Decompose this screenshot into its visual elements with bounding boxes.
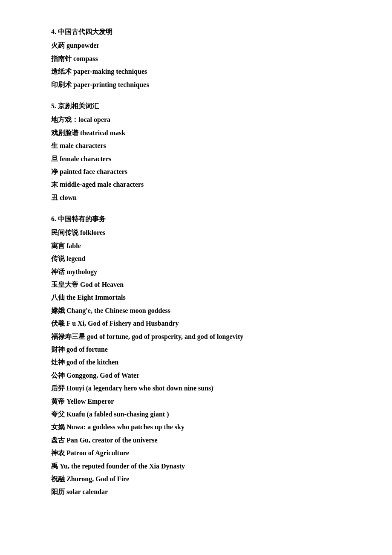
list-item: 印刷术 paper-printing techniques [51,78,341,91]
list-item: 玉皇大帝 God of Heaven [51,278,341,291]
list-item: 神话 mythology [51,266,341,278]
list-item: 公神 Gonggong, God of Water [51,369,341,382]
list-item: 祝融 Zhurong, God of Fire [51,473,341,486]
list-item: 阳历 solar calendar [51,486,341,498]
section-title-section5: 5. 京剧相关词汇 [51,100,341,113]
section-title-section6: 6. 中国特有的事务 [51,213,341,225]
list-item: 末 middle-aged male characters [51,178,341,191]
list-item: 火药 gunpowder [51,39,341,52]
main-content: 4. 中国古代四大发明火药 gunpowder指南针 compass造纸术 pa… [51,26,341,499]
list-item: 民间传说 folklores [51,226,341,239]
list-item: 福禄寿三星 god of fortune, god of prosperity,… [51,330,341,343]
list-item: 旦 female characters [51,153,341,165]
section-section5: 5. 京剧相关词汇地方戏：local opera戏剧脸谱 theatrical … [51,100,341,204]
list-item: 丑 clown [51,191,341,204]
list-item: 灶神 god of the kitchen [51,356,341,369]
list-item: 传说 legend [51,252,341,265]
list-item: 八仙 the Eight Immortals [51,291,341,304]
list-item: 指南针 compass [51,52,341,65]
list-item: 生 male characters [51,139,341,152]
list-item: 净 painted face characters [51,165,341,178]
list-item: 伏羲 F u Xi, God of Fishery and Husbandry [51,317,341,330]
list-item: 黄帝 Yellow Emperor [51,395,341,408]
list-item: 戏剧脸谱 theatrical mask [51,127,341,139]
list-item: 盘古 Pan Gu, creator of the universe [51,434,341,447]
section-section6: 6. 中国特有的事务民间传说 folklores寓言 fable传说 legen… [51,213,341,499]
list-item: 地方戏：local opera [51,113,341,126]
list-item: 禹 Yu, the reputed founder of the Xia Dyn… [51,460,341,473]
list-item: 后羿 Houyi (a legendary hero who shot down… [51,382,341,395]
list-item: 财神 god of fortune [51,343,341,356]
list-item: 寓言 fable [51,240,341,252]
list-item: 嫦娥 Chang'e, the Chinese moon goddess [51,304,341,317]
list-item: 造纸术 paper-making techniques [51,65,341,78]
section-section4: 4. 中国古代四大发明火药 gunpowder指南针 compass造纸术 pa… [51,26,341,91]
list-item: 神农 Patron of Agriculture [51,447,341,460]
section-title-section4: 4. 中国古代四大发明 [51,26,341,38]
list-item: 女娲 Nuwa: a goddess who patches up the sk… [51,421,341,434]
list-item: 夸父 Kuafu (a fabled sun-chasing giant ) [51,408,341,421]
